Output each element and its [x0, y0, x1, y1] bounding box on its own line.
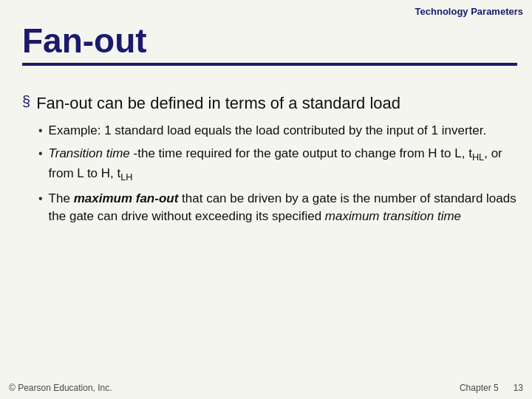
slide-title: Fan-out: [22, 22, 517, 60]
sub-bullet-3-icon: •: [38, 192, 43, 205]
technology-parameters-label: Technology Parameters: [415, 6, 523, 17]
footer: © Pearson Education, Inc. Chapter 5 13: [9, 383, 523, 393]
footer-copyright: © Pearson Education, Inc.: [9, 383, 112, 393]
footer-right: Chapter 5 13: [460, 383, 523, 393]
main-bullet: § Fan-out can be defined in terms of a s…: [22, 92, 517, 115]
slide: Technology Parameters Fan-out § Fan-out …: [0, 0, 532, 399]
footer-chapter: Chapter 5: [460, 383, 499, 393]
sub-bullet-1: • Example: 1 standard load equals the lo…: [38, 122, 517, 140]
sub-bullet-1-text: Example: 1 standard load equals the load…: [49, 122, 487, 140]
sub-bullet-2-icon: •: [38, 147, 43, 160]
footer-page: 13: [514, 383, 523, 393]
title-underline: [22, 63, 517, 66]
main-bullet-text: Fan-out can be defined in terms of a sta…: [36, 92, 400, 115]
sub-bullets-list: • Example: 1 standard load equals the lo…: [38, 122, 517, 225]
sub-bullet-2-text: Transition time -the time required for t…: [49, 145, 517, 183]
main-bullet-icon: §: [22, 93, 30, 110]
sub-bullet-3: • The maximum fan-out that can be driven…: [38, 190, 517, 225]
sub-bullet-1-icon: •: [38, 124, 43, 137]
title-section: Fan-out: [22, 22, 517, 66]
sub-bullet-2: • Transition time -the time required for…: [38, 145, 517, 183]
content-section: § Fan-out can be defined in terms of a s…: [22, 92, 517, 231]
sub-bullet-3-text: The maximum fan-out that can be driven b…: [49, 190, 517, 225]
